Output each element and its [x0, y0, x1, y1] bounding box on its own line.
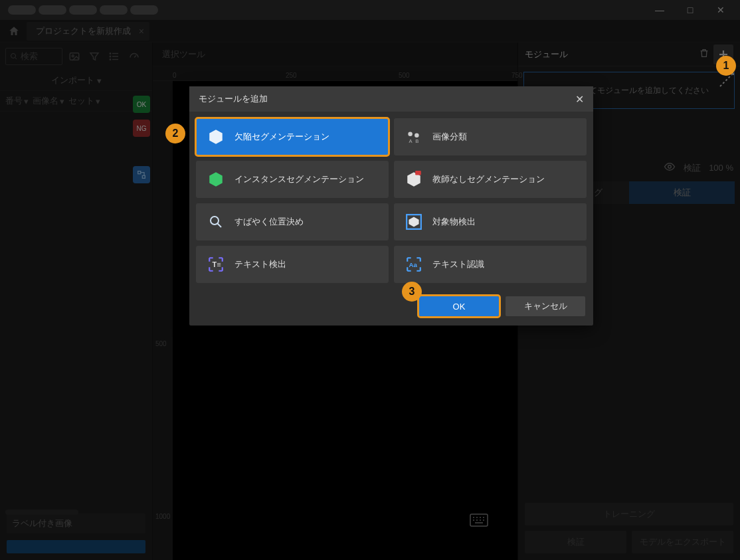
cancel-button[interactable]: キャンセル	[506, 296, 585, 316]
svg-marker-31	[209, 172, 223, 187]
svg-marker-26	[209, 130, 223, 144]
opt-image-classification[interactable]: AB 画像分類	[394, 118, 587, 155]
add-module-dialog: モジュールを追加 ✕ 欠陥セグメンテーション AB 画像分類 インスタンスセグメ…	[189, 86, 593, 326]
svg-text:A: A	[409, 138, 413, 144]
svg-line-35	[217, 223, 221, 227]
svg-text:Aa: Aa	[409, 261, 417, 268]
hex-green-icon	[207, 170, 225, 189]
magnifier-icon	[207, 213, 225, 231]
svg-text:B: B	[415, 138, 418, 144]
dialog-title: モジュールを追加	[199, 93, 268, 105]
classify-icon: AB	[405, 128, 423, 146]
dialog-close-icon[interactable]: ✕	[575, 93, 584, 106]
detect-icon	[405, 213, 423, 231]
callout-1: 1	[716, 56, 736, 76]
opt-text-recognition[interactable]: Aa テキスト認識	[394, 246, 587, 283]
svg-point-28	[415, 134, 419, 138]
opt-instance-segmentation[interactable]: インスタンスセグメンテーション	[196, 161, 389, 198]
svg-point-27	[408, 132, 413, 136]
svg-rect-33	[415, 171, 421, 175]
opt-quick-positioning[interactable]: すばやく位置決め	[196, 203, 389, 240]
opt-defect-segmentation[interactable]: 欠陥セグメンテーション	[196, 118, 389, 155]
opt-text-detection[interactable]: T≡ テキスト検出	[196, 246, 389, 283]
opt-unsupervised-segmentation[interactable]: 教師なしセグメンテーション	[394, 161, 587, 198]
opt-object-detection[interactable]: 対象物検出	[394, 203, 587, 240]
callout-2: 2	[165, 124, 185, 143]
callout-3: 3	[402, 282, 422, 302]
svg-text:T≡: T≡	[213, 260, 221, 268]
ok-button[interactable]: OK	[419, 296, 499, 316]
hex-white-icon	[405, 170, 423, 189]
svg-marker-37	[409, 217, 418, 227]
text-detect-icon: T≡	[207, 255, 225, 274]
text-rec-icon: Aa	[405, 255, 423, 274]
hex-icon	[207, 128, 225, 146]
